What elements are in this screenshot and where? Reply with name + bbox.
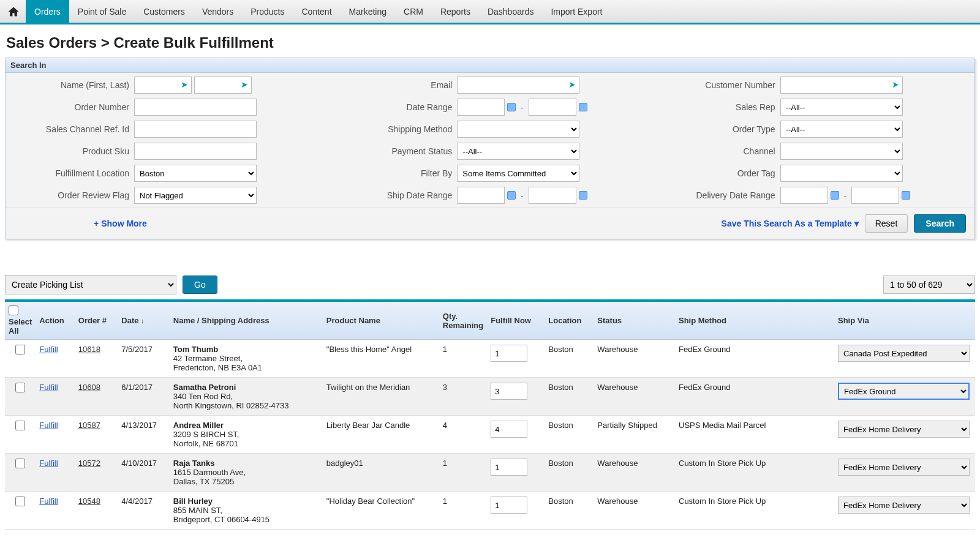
col-fulfill-now[interactable]: Fulfill Now <box>487 302 545 340</box>
ship-via-select[interactable]: FedEx Home Delivery <box>838 497 970 514</box>
col-name-addr[interactable]: Name / Shipping Address <box>170 302 323 340</box>
nav-tab-dashboards[interactable]: Dashboards <box>479 0 543 23</box>
calendar-icon[interactable] <box>579 103 587 111</box>
save-template-link[interactable]: Save This Search As a Template ▾ <box>722 219 859 228</box>
label-email: Email <box>334 80 457 90</box>
page-title: Sales Orders > Create Bulk Fulfillment <box>0 24 980 58</box>
fulfill-now-input[interactable] <box>491 497 527 514</box>
row-checkbox[interactable] <box>15 421 25 430</box>
fulfill-now-input[interactable] <box>491 459 527 476</box>
fulfill-now-input[interactable] <box>491 383 527 400</box>
row-checkbox[interactable] <box>15 345 25 354</box>
order-link[interactable]: 10618 <box>78 345 100 354</box>
label-order-type: Order Type <box>658 124 780 134</box>
cell-name-addr: Bill Hurley855 MAIN ST,Bridgeport, CT 06… <box>170 492 323 530</box>
order-link[interactable]: 10608 <box>78 383 100 392</box>
pager-select[interactable]: 1 to 50 of 629 <box>883 276 975 294</box>
label-payment-status: Payment Status <box>334 146 457 156</box>
reset-button[interactable]: Reset <box>865 214 908 233</box>
col-ship-via[interactable]: Ship Via <box>834 302 975 340</box>
ship-via-select[interactable]: FedEx Ground <box>838 383 970 400</box>
search-button[interactable]: Search <box>914 214 966 233</box>
calendar-icon[interactable] <box>507 191 516 200</box>
cell-ship-method: Custom In Store Pick Up <box>675 454 834 492</box>
order-link[interactable]: 10587 <box>78 421 100 430</box>
fulfill-now-input[interactable] <box>491 345 527 362</box>
col-qty-remaining[interactable]: Qty. Remaining <box>439 302 487 340</box>
col-product[interactable]: Product Name <box>323 302 439 340</box>
ship-via-select[interactable]: FedEx Home Delivery <box>838 459 970 476</box>
col-ship-method[interactable]: Ship Method <box>675 302 834 340</box>
nav-tab-marketing[interactable]: Marketing <box>341 0 395 23</box>
row-checkbox[interactable] <box>15 497 25 506</box>
nav-tab-products[interactable]: Products <box>242 0 293 23</box>
product-sku-input[interactable] <box>134 143 257 160</box>
go-button[interactable]: Go <box>183 276 217 294</box>
order-tag-select[interactable] <box>780 165 903 182</box>
cell-date: 4/10/2017 <box>118 454 170 492</box>
col-location[interactable]: Location <box>545 302 594 340</box>
nav-tab-reports[interactable]: Reports <box>432 0 479 23</box>
order-number-input[interactable] <box>134 99 257 116</box>
cell-status: Warehouse <box>594 340 675 378</box>
ship-via-select[interactable]: FedEx Home Delivery <box>838 421 970 438</box>
table-row: Fulfill105724/10/2017Raja Tanks1615 Darm… <box>5 454 975 492</box>
email-input[interactable] <box>457 77 579 94</box>
row-checkbox[interactable] <box>15 459 25 468</box>
label-order-review-flag: Order Review Flag <box>12 190 134 200</box>
channel-select[interactable] <box>780 143 903 160</box>
sales-channel-ref-input[interactable] <box>134 121 257 138</box>
cell-status: Warehouse <box>594 492 675 530</box>
date-to-input[interactable] <box>529 99 576 116</box>
last-name-input[interactable] <box>194 77 252 94</box>
col-order[interactable]: Order # <box>75 302 118 340</box>
calendar-icon[interactable] <box>902 191 910 200</box>
fulfillment-location-select[interactable]: Boston <box>134 165 257 182</box>
fulfill-link[interactable]: Fulfill <box>39 383 58 392</box>
order-type-select[interactable]: --All-- <box>780 121 903 138</box>
fulfill-now-input[interactable] <box>491 421 527 438</box>
col-status[interactable]: Status <box>594 302 675 340</box>
cell-location: Boston <box>545 416 594 454</box>
first-name-input[interactable] <box>134 77 192 94</box>
ship-date-to-input[interactable] <box>529 187 576 204</box>
bulk-action-select[interactable]: Create Picking List <box>5 275 176 294</box>
delivery-date-to-input[interactable] <box>851 187 899 204</box>
col-action[interactable]: Action <box>36 302 74 340</box>
order-link[interactable]: 10548 <box>78 497 100 506</box>
nav-tab-vendors[interactable]: Vendors <box>194 0 242 23</box>
nav-tab-customers[interactable]: Customers <box>135 0 194 23</box>
home-icon[interactable] <box>6 4 21 19</box>
show-more-link[interactable]: +Show More <box>94 219 147 228</box>
date-from-input[interactable] <box>457 99 505 116</box>
row-checkbox[interactable] <box>15 383 25 392</box>
calendar-icon[interactable] <box>831 191 839 200</box>
fulfill-link[interactable]: Fulfill <box>39 421 58 430</box>
cell-date: 4/4/2017 <box>118 492 170 530</box>
table-row: Fulfill105874/13/2017Andrea Miller3209 S… <box>5 416 975 454</box>
order-link[interactable]: 10572 <box>78 459 100 468</box>
nav-tab-import-export[interactable]: Import Export <box>542 0 611 23</box>
select-all-checkbox[interactable] <box>9 305 18 315</box>
nav-tab-point-of-sale[interactable]: Point of Sale <box>69 0 135 23</box>
delivery-date-from-input[interactable] <box>780 187 828 204</box>
filter-by-select[interactable]: Some Items Committed <box>457 165 579 182</box>
calendar-icon[interactable] <box>507 103 516 111</box>
shipping-method-select[interactable] <box>457 121 579 138</box>
ship-via-select[interactable]: Canada Post Expedited <box>838 345 970 362</box>
fulfill-link[interactable]: Fulfill <box>39 345 58 354</box>
fulfill-link[interactable]: Fulfill <box>39 459 58 468</box>
ship-date-from-input[interactable] <box>457 187 505 204</box>
nav-tab-orders[interactable]: Orders <box>26 0 69 23</box>
label-sales-channel-ref: Sales Channel Ref. Id <box>12 124 134 134</box>
nav-tab-crm[interactable]: CRM <box>395 0 432 23</box>
payment-status-select[interactable]: --All-- <box>457 143 579 160</box>
calendar-icon[interactable] <box>579 191 587 200</box>
order-review-flag-select[interactable]: Not Flagged <box>134 187 257 204</box>
col-date[interactable]: Date ↓ <box>118 302 170 340</box>
fulfill-link[interactable]: Fulfill <box>39 497 58 506</box>
sales-rep-select[interactable]: --All-- <box>780 99 903 116</box>
cell-name-addr: Andrea Miller3209 S BIRCH ST,Norfolk, NE… <box>170 416 323 454</box>
customer-number-input[interactable] <box>780 77 903 94</box>
nav-tab-content[interactable]: Content <box>293 0 341 23</box>
